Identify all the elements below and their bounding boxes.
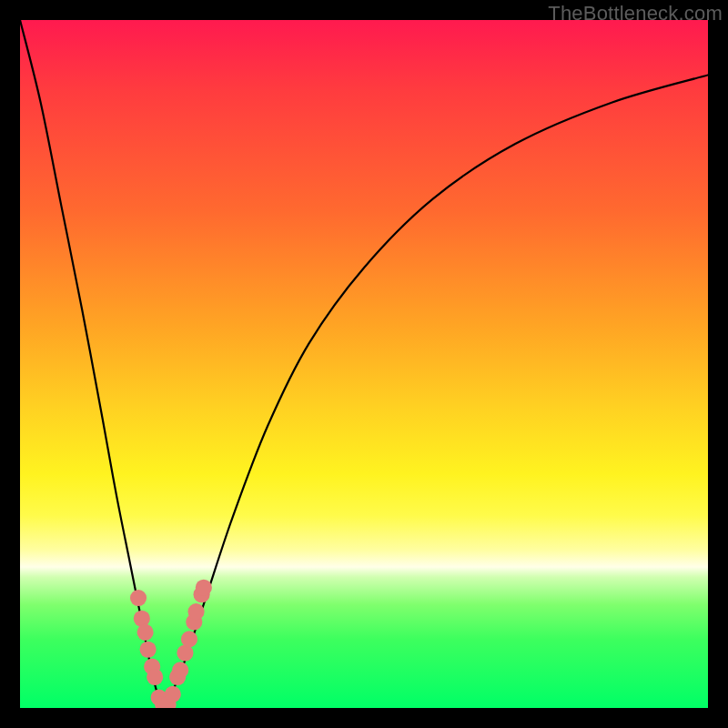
watermark-text: TheBottleneck.com <box>548 2 723 25</box>
curve-svg <box>20 20 708 708</box>
curve-marker <box>140 642 157 658</box>
curve-marker <box>165 686 181 703</box>
curve-marker <box>134 611 150 627</box>
curve-marker <box>130 590 147 606</box>
curve-marker <box>147 669 163 685</box>
chart-frame: TheBottleneck.com <box>0 0 728 728</box>
plot-area <box>20 20 708 708</box>
curve-marker <box>187 603 204 620</box>
curve-marker <box>172 662 188 678</box>
curve-marker <box>196 580 212 596</box>
curve-marker <box>137 624 154 641</box>
curve-marker <box>181 631 197 647</box>
bottleneck-curve <box>20 20 708 708</box>
